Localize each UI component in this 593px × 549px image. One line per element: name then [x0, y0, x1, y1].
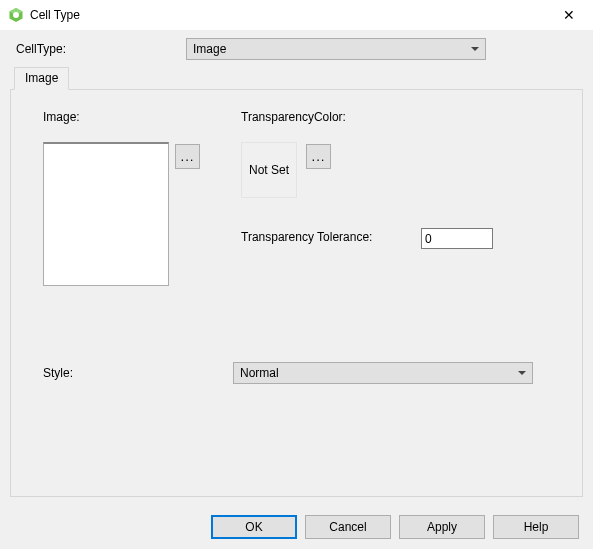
- celltype-row: CellType: Image: [10, 34, 583, 66]
- cancel-button[interactable]: Cancel: [305, 515, 391, 539]
- tab-panel-image: Image: ... TransparencyColor: Not Set ..…: [10, 89, 583, 497]
- titlebar: Cell Type ✕: [0, 0, 593, 30]
- transparency-tolerance-input[interactable]: [421, 228, 493, 249]
- apply-button[interactable]: Apply: [399, 515, 485, 539]
- image-label: Image:: [43, 110, 80, 124]
- window-title: Cell Type: [30, 8, 80, 22]
- transparency-color-value: Not Set: [249, 163, 289, 177]
- close-button[interactable]: ✕: [547, 1, 591, 29]
- chevron-down-icon: [518, 371, 526, 375]
- chevron-down-icon: [471, 47, 479, 51]
- close-icon: ✕: [563, 7, 575, 23]
- style-label: Style:: [43, 366, 73, 380]
- celltype-value: Image: [193, 42, 226, 56]
- tab-image-label: Image: [25, 71, 58, 85]
- help-button[interactable]: Help: [493, 515, 579, 539]
- style-value: Normal: [240, 366, 279, 380]
- celltype-label: CellType:: [16, 42, 186, 56]
- svg-point-2: [13, 12, 19, 18]
- cell-type-dialog: Cell Type ✕ CellType: Image Image Image:…: [0, 0, 593, 549]
- image-preview: [43, 142, 169, 286]
- tab-image[interactable]: Image: [14, 67, 69, 90]
- transparency-color-label: TransparencyColor:: [241, 110, 346, 124]
- app-icon: [8, 7, 24, 23]
- transparency-color-swatch: Not Set: [241, 142, 297, 198]
- tab-strip: Image: [10, 67, 583, 90]
- transparency-tolerance-label: Transparency Tolerance:: [241, 230, 372, 244]
- celltype-dropdown[interactable]: Image: [186, 38, 486, 60]
- dialog-button-row: OK Cancel Apply Help: [10, 505, 583, 549]
- transparency-color-browse-button[interactable]: ...: [306, 144, 331, 169]
- style-dropdown[interactable]: Normal: [233, 362, 533, 384]
- client-area: CellType: Image Image Image: ... Transpa…: [0, 30, 593, 549]
- image-browse-button[interactable]: ...: [175, 144, 200, 169]
- ok-button[interactable]: OK: [211, 515, 297, 539]
